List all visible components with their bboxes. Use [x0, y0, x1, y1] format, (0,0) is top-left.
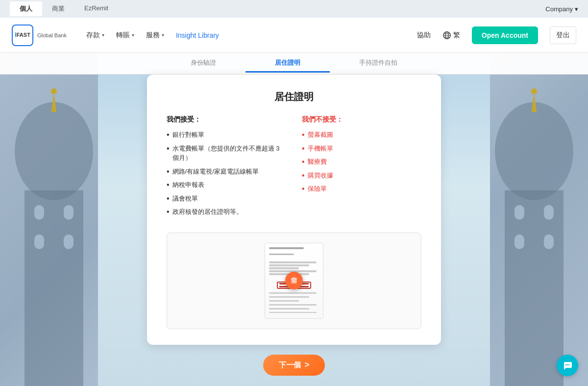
chevron-down-icon: ▾: [132, 32, 134, 38]
tab-personal[interactable]: 個人: [10, 1, 42, 16]
svg-rect-17: [514, 205, 524, 220]
svg-point-15: [495, 102, 573, 200]
svg-rect-10: [34, 234, 44, 249]
svg-rect-25: [295, 280, 296, 283]
reject-list: 螢幕截圖 手機帳單 醫療費 購買收據 保險單: [302, 130, 421, 194]
chevron-down-icon: ▾: [575, 5, 578, 13]
delete-document-button[interactable]: [285, 272, 303, 289]
top-bar: 個人 商業 EzRemit Company ▾: [0, 0, 588, 18]
nav-insight[interactable]: Insight Library: [176, 31, 219, 39]
logout-button[interactable]: 登出: [550, 26, 576, 44]
list-item: 購買收據: [302, 171, 421, 180]
svg-rect-16: [505, 190, 564, 386]
list-item: 納稅申報表: [167, 180, 286, 190]
logo-icon: iFAST: [12, 25, 33, 46]
svg-rect-8: [34, 205, 44, 220]
reject-header: 我們不接受：: [302, 115, 421, 124]
steps-bar: 身份驗證 居住證明 手持證件自拍: [0, 53, 588, 75]
trash-icon: [290, 277, 298, 284]
reject-column: 我們不接受： 螢幕截圖 手機帳單 醫療費 購買收據 保險單: [302, 115, 421, 221]
language-selector[interactable]: 繁: [442, 31, 460, 40]
list-item: 網路/有線電視/家庭電話線帳單: [167, 167, 286, 177]
building-left-icon: [0, 53, 108, 386]
upload-area[interactable]: [167, 232, 421, 329]
globe-icon: [442, 31, 451, 40]
next-button-wrapper: 下一個 >: [147, 355, 441, 376]
list-item: 水電費帳單（您提供的文件不應超過 3 個月）: [167, 144, 286, 163]
step-selfie[interactable]: 手持證件自拍: [330, 54, 427, 73]
svg-rect-20: [544, 234, 554, 249]
tab-ezremit[interactable]: EzRemit: [74, 1, 118, 16]
step-residence[interactable]: 居住證明: [245, 54, 330, 73]
svg-point-13: [51, 88, 57, 94]
chat-icon: [562, 360, 573, 371]
content-wrapper: 居住證明 我們接受： 銀行對帳單 水電費帳單（您提供的文件不應超過 3 個月） …: [147, 75, 441, 376]
logo-text: Global Bank: [37, 32, 67, 38]
svg-rect-18: [544, 205, 554, 220]
arrow-icon: >: [305, 360, 309, 369]
svg-point-29: [567, 364, 568, 365]
svg-rect-11: [64, 234, 74, 249]
nav-transfer[interactable]: 轉賬 ▾: [116, 31, 134, 40]
accept-header: 我們接受：: [167, 115, 286, 124]
accept-list: 銀行對帳單 水電費帳單（您提供的文件不應超過 3 個月） 網路/有線電視/家庭電…: [167, 130, 286, 217]
list-item: 保險單: [302, 184, 421, 194]
svg-rect-23: [293, 280, 294, 283]
navbar: iFAST Global Bank 存款 ▾ 轉賬 ▾ 服務 ▾ Insight…: [0, 18, 588, 53]
tab-business[interactable]: 商業: [42, 1, 74, 16]
chevron-down-icon: ▾: [102, 32, 104, 38]
svg-point-6: [15, 102, 93, 200]
step-identity[interactable]: 身份驗證: [161, 54, 245, 73]
content-card: 居住證明 我們接受： 銀行對帳單 水電費帳單（您提供的文件不應超過 3 個月） …: [147, 75, 441, 345]
svg-rect-24: [294, 280, 294, 283]
list-item: 政府核發的居住證明等。: [167, 207, 286, 217]
nav-deposit[interactable]: 存款 ▾: [86, 31, 104, 40]
building-right-icon: [480, 53, 588, 386]
language-label: 繁: [453, 31, 460, 40]
svg-rect-9: [64, 205, 74, 220]
two-columns: 我們接受： 銀行對帳單 水電費帳單（您提供的文件不應超過 3 個月） 網路/有線…: [167, 115, 421, 221]
svg-rect-19: [514, 234, 524, 249]
company-selector[interactable]: Company ▾: [545, 5, 578, 13]
svg-point-22: [531, 88, 537, 94]
company-label: Company: [545, 5, 573, 13]
list-item: 醫療費: [302, 157, 421, 167]
logo-area[interactable]: iFAST Global Bank: [12, 25, 67, 46]
chat-button[interactable]: [557, 355, 578, 376]
svg-rect-7: [24, 190, 83, 386]
list-item: 銀行對帳單: [167, 130, 286, 140]
list-item: 手機帳單: [302, 144, 421, 154]
next-button-label: 下一個: [279, 360, 301, 370]
next-button[interactable]: 下一個 >: [263, 355, 325, 376]
svg-point-30: [568, 364, 569, 365]
nav-services[interactable]: 服務 ▾: [146, 31, 164, 40]
top-bar-tabs: 個人 商業 EzRemit: [10, 1, 538, 16]
card-title: 居住證明: [167, 90, 421, 103]
uploaded-document: [265, 243, 323, 319]
nav-help[interactable]: 協助: [417, 31, 431, 40]
open-account-button[interactable]: Open Account: [472, 26, 538, 44]
svg-point-28: [565, 364, 566, 365]
accept-column: 我們接受： 銀行對帳單 水電費帳單（您提供的文件不應超過 3 個月） 網路/有線…: [167, 115, 286, 221]
list-item: 議會稅單: [167, 194, 286, 204]
chevron-down-icon: ▾: [162, 32, 164, 38]
list-item: 螢幕截圖: [302, 130, 421, 140]
